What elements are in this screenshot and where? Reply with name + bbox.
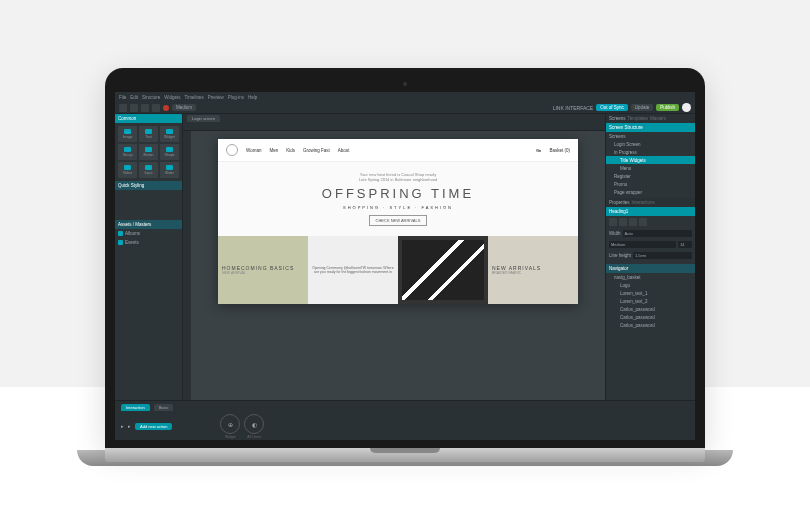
hero-section: Your new best friend is Casual Shop near… [218, 162, 578, 236]
component-item[interactable]: Text [139, 126, 158, 142]
font-size-input[interactable]: 14 [678, 241, 692, 248]
nav-item[interactable]: Logo [606, 281, 695, 289]
menu-item[interactable]: Plug-ins [228, 95, 244, 100]
nav-link: About [338, 148, 350, 153]
navigator-head: Navigator [606, 264, 695, 273]
tree-item[interactable]: Screens [606, 132, 695, 140]
tree-item[interactable]: Page wrapper [606, 188, 695, 196]
master-item[interactable]: Albums [115, 229, 182, 238]
design-canvas[interactable]: Woman Men Kids Growing Fast About 🛍 Bask… [191, 131, 605, 400]
screens-head: Screen Structure [606, 123, 695, 132]
quick-styling-head[interactable]: Quick Styling [115, 181, 182, 190]
menu-item[interactable]: Preview [208, 95, 224, 100]
document-tab[interactable]: Login screen [187, 115, 220, 122]
tool-icon[interactable] [119, 104, 127, 112]
link-interface-label[interactable]: LINK INTERFACE [553, 105, 594, 111]
menu-item[interactable]: Structure [142, 95, 160, 100]
props-head: Heading1 [606, 207, 695, 216]
sync-button[interactable]: Out of Sync [596, 104, 628, 111]
hero-subtitle: SHOPPING · STYLE · FASHION [228, 205, 568, 210]
component-item[interactable]: Button [139, 144, 158, 160]
panel-tab[interactable]: Screens [609, 116, 626, 121]
right-panel: Screens Templates Masters Screen Structu… [605, 114, 695, 400]
add-action-button[interactable]: Add new action [135, 423, 172, 430]
align-icon[interactable] [619, 218, 627, 226]
app-screen: File Edit Structure Widgets Timelines Pr… [115, 92, 695, 440]
logo-icon [226, 144, 238, 156]
component-item[interactable]: Group [118, 144, 137, 160]
ruler-horizontal [183, 123, 605, 131]
components-head[interactable]: Common [115, 114, 182, 123]
action-node[interactable]: ◐ [244, 414, 264, 434]
component-item[interactable]: Widget [160, 126, 179, 142]
canvas-area: Login screen Woman Men Kids [183, 114, 605, 400]
tree-item[interactable]: Promo [606, 180, 695, 188]
tool-icon[interactable] [152, 104, 160, 112]
publish-button[interactable]: Publish [656, 104, 679, 111]
left-panel: Common Image Text Widget Group Button Sh… [115, 114, 183, 400]
panel-tab[interactable]: Templates [628, 116, 649, 121]
tool-icon[interactable] [141, 104, 149, 112]
prop-tab[interactable]: Interactions [632, 200, 655, 205]
panel-tab[interactable]: Masters [650, 116, 666, 121]
nav-item[interactable]: Carlos_password [606, 321, 695, 329]
nav-link: Men [269, 148, 278, 153]
page-nav: Woman Men Kids Growing Fast About 🛍 Bask… [218, 139, 578, 162]
laptop-base [105, 448, 705, 462]
align-icon[interactable] [639, 218, 647, 226]
font-select[interactable]: Medium [609, 241, 676, 248]
timeline-tab[interactable]: Interaction [121, 404, 150, 411]
nav-item[interactable]: navig_basket [606, 273, 695, 281]
update-button[interactable]: Update [631, 104, 654, 111]
nav-link: Kids [286, 148, 295, 153]
component-item[interactable]: Input [139, 162, 158, 178]
nav-item[interactable]: Lorem_text_1 [606, 289, 695, 297]
nav-item[interactable]: Carlos_password [606, 313, 695, 321]
hero-title: OFFSPRING TIME [228, 186, 568, 201]
width-input[interactable]: Auto [623, 230, 692, 237]
tree-item[interactable]: Register [606, 172, 695, 180]
tool-icon[interactable] [130, 104, 138, 112]
master-item[interactable]: Events [115, 238, 182, 247]
menu-item[interactable]: File [119, 95, 126, 100]
avatar[interactable] [682, 103, 691, 112]
menu-item[interactable]: Timelines [185, 95, 204, 100]
ruler-vertical [183, 131, 191, 400]
component-item[interactable]: Video [118, 162, 137, 178]
action-node[interactable]: ⊕ [220, 414, 240, 434]
tree-item[interactable]: Menu [606, 164, 695, 172]
page-mockup[interactable]: Woman Men Kids Growing Fast About 🛍 Bask… [218, 139, 578, 304]
menu-item[interactable]: Widgets [164, 95, 180, 100]
masters-head[interactable]: Assets / Masters [115, 220, 182, 229]
prop-tab[interactable]: Properties [609, 200, 630, 205]
line-height-input[interactable]: 1.5em [633, 252, 692, 259]
card-arrivals: NEW ARRIVALS BRAIDED FABRIC [488, 236, 578, 304]
record-icon[interactable] [163, 105, 169, 111]
align-icon[interactable] [629, 218, 637, 226]
component-item[interactable]: Shape [160, 144, 179, 160]
component-grid: Image Text Widget Group Button Shape Vid… [115, 123, 182, 181]
nav-link: Growing Fast [303, 148, 330, 153]
laptop-frame: File Edit Structure Widgets Timelines Pr… [105, 68, 705, 462]
align-icon[interactable] [609, 218, 617, 226]
menu-item[interactable]: Help [248, 95, 257, 100]
tree-item[interactable]: in Progress [606, 148, 695, 156]
card-homecoming: HOMECOMING BASICS NEW ARRIVAL [218, 236, 308, 304]
hero-tagline: Late Spring 2014 in Baltimore neighborho… [228, 177, 568, 182]
component-item[interactable]: Image [118, 126, 137, 142]
camera-dot [403, 82, 407, 86]
breakpoint-select[interactable]: Medium [172, 104, 196, 111]
nav-link: Woman [246, 148, 261, 153]
nav-item[interactable]: Carlos_password [606, 305, 695, 313]
card-shoe-image [398, 236, 488, 304]
component-item[interactable]: Slider [160, 162, 179, 178]
nav-item[interactable]: Lorem_text_2 [606, 297, 695, 305]
timeline-panel: Interaction Basic ▸▸ Add new action ⊕ Wi… [115, 400, 695, 440]
menubar: File Edit Structure Widgets Timelines Pr… [115, 92, 695, 102]
card-text: Opening Ceremony @ballroomTW tomorrow. W… [308, 236, 398, 304]
tree-item-selected[interactable]: Title Widgets [606, 156, 695, 164]
menu-item[interactable]: Edit [130, 95, 138, 100]
toolbar: Medium LINK INTERFACE Out of Sync Update… [115, 102, 695, 114]
tree-item[interactable]: Login Screen [606, 140, 695, 148]
timeline-tab[interactable]: Basic [154, 404, 174, 411]
